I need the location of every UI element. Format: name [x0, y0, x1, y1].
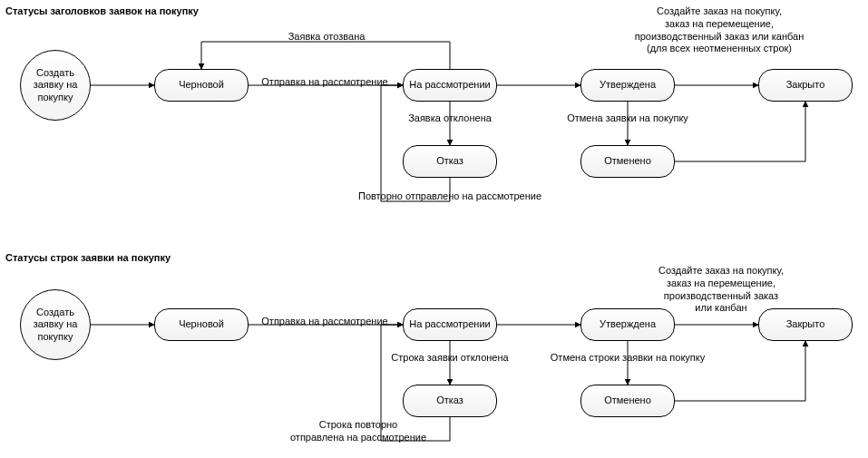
- node-lines-cancelled: Отменено: [580, 385, 675, 417]
- edge-lines-reject: Строка заявки отклонена: [388, 352, 512, 365]
- diagram-canvas: Статусы заголовков заявок на покупку Соз…: [0, 0, 868, 458]
- start-header: Создать заявку на покупку: [20, 50, 91, 121]
- section-title-header: Статусы заголовков заявок на покупку: [5, 5, 199, 16]
- node-lines-rejected: Отказ: [403, 385, 497, 417]
- node-lines-draft: Черновой: [154, 308, 249, 341]
- edge-header-reject: Заявка отклонена: [399, 112, 501, 125]
- node-lines-review: На рассмотрении: [403, 308, 497, 341]
- node-header-closed: Закрыто: [758, 69, 853, 102]
- edge-header-recall: Заявка отозвана: [272, 31, 381, 44]
- node-header-rejected: Отказ: [403, 145, 497, 178]
- node-header-draft: Черновой: [154, 69, 249, 102]
- edge-lines-cancel: Отмена строки заявки на покупку: [541, 352, 715, 365]
- node-header-cancelled: Отменено: [580, 145, 675, 178]
- edge-lines-submit: Отправка на рассмотрение: [252, 316, 397, 328]
- edge-header-cancel: Отмена заявки на покупку: [553, 112, 702, 125]
- edge-header-close: Создайте заказ на покупку, заказ на пере…: [624, 5, 814, 55]
- start-lines: Создать заявку на покупку: [20, 289, 91, 360]
- node-header-approved: Утверждена: [580, 69, 675, 102]
- edge-header-submit: Отправка на рассмотрение: [252, 76, 397, 89]
- edge-lines-close: Создайте заказ на покупку, заказ на пере…: [635, 265, 807, 315]
- section-title-lines: Статусы строк заявки на покупку: [5, 252, 171, 263]
- edge-lines-resubmit: Строка повторно отправлена на рассмотрен…: [272, 419, 444, 444]
- node-header-review: На рассмотрении: [403, 69, 497, 102]
- edge-header-resubmit: Повторно отправлено на рассмотрение: [345, 190, 555, 203]
